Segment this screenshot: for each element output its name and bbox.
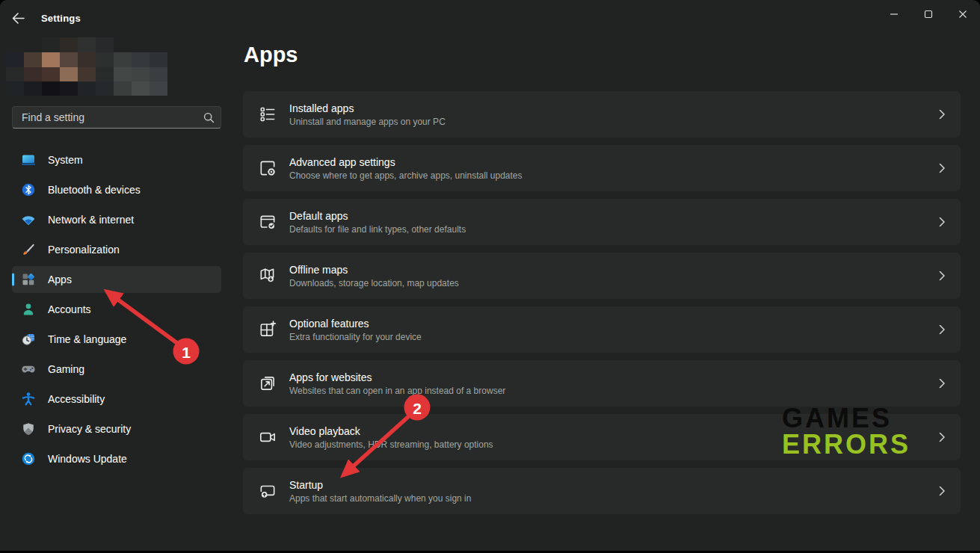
user-avatar-redacted[interactable] <box>6 37 167 99</box>
sidebar-item-label: Windows Update <box>48 453 127 465</box>
card-subtitle: Extra functionality for your device <box>289 332 422 342</box>
back-button[interactable] <box>7 7 28 28</box>
sidebar-item-apps[interactable]: Apps <box>12 266 221 293</box>
windows-update-icon <box>21 451 36 466</box>
card-title: Optional features <box>289 318 422 330</box>
card-offline-maps[interactable]: Offline maps Downloads, storage location… <box>243 253 961 299</box>
card-startup[interactable]: Startup Apps that start automatically wh… <box>243 468 961 514</box>
card-title: Offline maps <box>289 264 459 276</box>
card-subtitle: Websites that can open in an app instead… <box>289 386 505 396</box>
card-title: Startup <box>289 479 471 491</box>
network-icon <box>21 212 36 227</box>
system-icon <box>21 152 36 167</box>
window-title: Settings <box>41 13 81 24</box>
sidebar-item-label: Privacy & security <box>48 423 131 435</box>
accessibility-icon <box>21 392 36 407</box>
chevron-right-icon <box>939 324 946 335</box>
card-subtitle: Uninstall and manage apps on your PC <box>289 117 446 127</box>
card-optional-features[interactable]: Optional features Extra functionality fo… <box>243 306 961 353</box>
sidebar-item-bluetooth-devices[interactable]: Bluetooth & devices <box>12 176 221 203</box>
sidebar-item-time-language[interactable]: Time & language <box>12 326 221 353</box>
chevron-right-icon <box>939 163 946 173</box>
sidebar-item-accessibility[interactable]: Accessibility <box>12 386 221 413</box>
startup-icon <box>258 481 277 501</box>
offline-maps-icon <box>258 266 277 285</box>
optional-features-icon <box>258 320 277 339</box>
chevron-right-icon <box>939 378 946 389</box>
card-subtitle: Defaults for file and link types, other … <box>289 224 466 235</box>
advanced-app-settings-icon <box>258 158 277 178</box>
sidebar-item-system[interactable]: System <box>12 146 221 173</box>
chevron-right-icon <box>939 486 946 496</box>
maximize-icon <box>924 10 933 19</box>
card-subtitle: Video adjustments, HDR streaming, batter… <box>289 439 493 450</box>
sidebar-item-label: Gaming <box>48 363 84 375</box>
chevron-right-icon <box>939 109 946 120</box>
card-title: Advanced app settings <box>289 156 523 168</box>
time-language-icon <box>21 332 36 347</box>
selected-accent-bar <box>12 274 14 286</box>
sidebar-item-label: System <box>48 154 83 166</box>
search-box <box>12 106 221 129</box>
default-apps-icon <box>258 212 277 232</box>
card-title: Video playback <box>289 425 493 437</box>
card-subtitle: Apps that start automatically when you s… <box>289 493 471 504</box>
apps-icon <box>21 272 36 287</box>
sidebar-item-label: Personalization <box>48 244 120 256</box>
sidebar-item-label: Apps <box>48 274 72 285</box>
bluetooth-icon <box>21 182 36 197</box>
games-errors-watermark: GAMES ERRORS <box>782 405 910 457</box>
sidebar-item-label: Bluetooth & devices <box>48 184 141 196</box>
privacy-icon <box>21 421 36 436</box>
titlebar: Settings <box>0 0 980 36</box>
card-apps-for-websites[interactable]: Apps for websites Websites that can open… <box>243 360 961 407</box>
chevron-right-icon <box>939 217 946 227</box>
card-advanced-app-settings[interactable]: Advanced app settings Choose where to ge… <box>243 145 961 191</box>
card-title: Default apps <box>289 210 466 222</box>
sidebar-item-label: Time & language <box>48 333 126 345</box>
card-title: Apps for websites <box>289 371 505 383</box>
close-icon <box>958 10 967 19</box>
search-input[interactable] <box>22 111 203 123</box>
sidebar-item-label: Network & internet <box>48 214 134 226</box>
accounts-icon <box>21 302 36 317</box>
sidebar-item-windows-update[interactable]: Windows Update <box>12 445 221 472</box>
page-title: Apps <box>244 43 298 67</box>
sidebar-item-gaming[interactable]: Gaming <box>12 356 221 383</box>
sidebar-item-label: Accounts <box>48 303 91 315</box>
search-icon <box>203 112 215 123</box>
back-arrow-icon <box>12 13 25 24</box>
video-playback-icon <box>258 427 277 447</box>
sidebar-item-label: Accessibility <box>48 393 105 405</box>
apps-for-websites-icon <box>258 374 277 393</box>
minimize-button[interactable] <box>877 0 911 28</box>
card-subtitle: Choose where to get apps, archive apps, … <box>289 170 523 181</box>
sidebar-item-personalization[interactable]: Personalization <box>12 236 221 263</box>
card-default-apps[interactable]: Default apps Defaults for file and link … <box>243 199 961 245</box>
minimize-icon <box>890 10 899 19</box>
sidebar-nav: System Bluetooth & devices Network & int… <box>12 146 221 475</box>
sidebar-item-accounts[interactable]: Accounts <box>12 296 221 323</box>
installed-apps-icon <box>258 105 277 124</box>
maximize-button[interactable] <box>911 0 946 28</box>
card-title: Installed apps <box>289 102 446 114</box>
chevron-right-icon <box>939 432 946 442</box>
card-installed-apps[interactable]: Installed apps Uninstall and manage apps… <box>243 91 961 138</box>
watermark-line2: ERRORS <box>782 431 910 457</box>
card-subtitle: Downloads, storage location, map updates <box>289 278 459 288</box>
sidebar-item-network-internet[interactable]: Network & internet <box>12 206 221 233</box>
watermark-line1: GAMES <box>782 405 910 431</box>
close-button[interactable] <box>946 0 980 28</box>
sidebar-item-privacy-security[interactable]: Privacy & security <box>12 415 221 442</box>
personalization-icon <box>21 242 36 257</box>
chevron-right-icon <box>939 271 946 281</box>
settings-window: Settings <box>0 0 980 551</box>
gaming-icon <box>21 362 36 377</box>
